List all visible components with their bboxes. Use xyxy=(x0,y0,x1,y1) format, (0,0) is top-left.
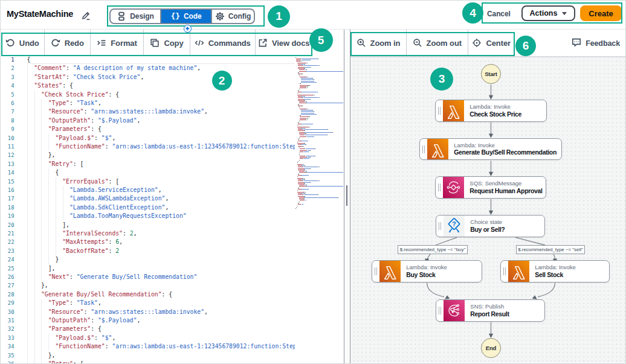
drag-grip-icon xyxy=(501,261,508,282)
minimap-line xyxy=(295,207,343,208)
state-node-generate-recommendation[interactable]: Lambda: Invoke Generate Buy/Sell Recomme… xyxy=(419,138,562,161)
minimap-line xyxy=(295,124,343,124)
state-name: Check Stock Price xyxy=(470,110,521,118)
minimap-line xyxy=(295,85,343,86)
tab-config[interactable]: Config xyxy=(211,10,254,23)
state-node-check-stock-price[interactable]: Lambda: Invoke Check Stock Price xyxy=(435,100,547,122)
commands-button[interactable]: Commands xyxy=(190,30,255,56)
end-node[interactable]: End xyxy=(481,338,501,358)
minimap-line xyxy=(295,92,343,92)
cancel-button[interactable]: Cancel xyxy=(487,10,511,18)
start-label: Start xyxy=(485,71,497,77)
drag-grip-icon xyxy=(436,100,443,121)
minimap-line xyxy=(295,153,343,153)
zoom-out-icon xyxy=(413,38,422,48)
state-name: Generate Buy/Sell Recommendation xyxy=(454,148,557,156)
state-node-request-human-approval[interactable]: SQS: SendMessage Request Human Approval xyxy=(435,176,546,199)
minimap-line xyxy=(295,193,343,194)
minimap-line xyxy=(295,67,343,68)
gear-icon xyxy=(215,11,225,21)
minimap-line xyxy=(295,185,343,185)
code-line: 2 "Comment": "A description of my state … xyxy=(1,64,344,72)
minimap-line xyxy=(295,194,343,195)
code-line: 17 "Lambda.AWSLambdaException", xyxy=(1,194,344,203)
zoom-in-button[interactable]: Zoom in xyxy=(350,30,406,56)
lambda-icon xyxy=(427,139,448,160)
minimap-line xyxy=(295,190,343,191)
code-line: 13 "Retry": [ xyxy=(1,160,344,168)
minimap-line xyxy=(295,104,343,105)
pane-splitter[interactable] xyxy=(344,30,350,364)
tab-design[interactable]: Design xyxy=(111,10,160,23)
sns-icon xyxy=(444,300,465,321)
state-type-label: Lambda: Invoke xyxy=(454,142,557,149)
callout-5-number: 5 xyxy=(318,34,324,47)
minimap-line xyxy=(295,96,343,97)
state-type-label: Lambda: Invoke xyxy=(535,264,576,271)
minimap-line xyxy=(295,197,343,198)
minimap[interactable] xyxy=(295,57,343,362)
view-docs-label: View docs xyxy=(272,39,309,48)
code-line: 16 "Lambda.ServiceException", xyxy=(1,186,344,194)
minimap-line xyxy=(295,206,343,206)
minimap-line xyxy=(295,143,343,144)
minimap-line xyxy=(295,72,343,73)
actions-button-label: Actions xyxy=(530,9,558,18)
zoom-in-label: Zoom in xyxy=(370,39,401,48)
center-button[interactable]: Center xyxy=(468,30,515,56)
minimap-line xyxy=(295,125,343,126)
state-node-report-result[interactable]: SNS: Publish Report Result xyxy=(436,299,545,322)
minimap-line xyxy=(295,117,343,117)
create-button[interactable]: Create xyxy=(580,5,622,21)
format-button[interactable]: Format xyxy=(90,30,143,56)
code-editor[interactable]: 1{2 "Comment": "A description of my stat… xyxy=(1,56,344,364)
undo-label: Undo xyxy=(19,39,39,48)
redo-icon xyxy=(51,38,60,48)
code-line: 12 }, xyxy=(1,151,344,159)
code-line: 24 } xyxy=(1,255,344,264)
minimap-line xyxy=(295,139,343,139)
tab-code[interactable]: {} Code xyxy=(160,10,211,23)
external-link-icon xyxy=(258,38,268,48)
minimap-line xyxy=(295,171,343,171)
feedback-icon xyxy=(572,37,581,49)
undo-button[interactable]: Undo xyxy=(1,30,44,56)
minimap-line xyxy=(295,60,343,60)
copy-label: Copy xyxy=(164,39,183,48)
code-line: 11 "FunctionName": "arn:aws:lambda:us-ea… xyxy=(1,142,344,151)
actions-button[interactable]: Actions xyxy=(521,5,575,21)
code-line: 33 "Payload.$": "$", xyxy=(1,334,344,342)
state-node-sell-stock[interactable]: Lambda: Invoke Sell Stock xyxy=(500,260,610,283)
edit-title-icon[interactable] xyxy=(81,11,91,21)
state-name: Buy or Sell? xyxy=(470,226,505,234)
minimap-line xyxy=(295,168,343,169)
minimap-line xyxy=(295,204,343,205)
drag-grip-icon xyxy=(372,261,379,282)
minimap-line xyxy=(295,135,343,135)
minimap-line xyxy=(295,203,343,203)
workflow-graph[interactable]: Start Lambda: Invoke Check Stock Price xyxy=(350,57,626,364)
redo-button[interactable]: Redo xyxy=(44,30,91,56)
view-docs-button[interactable]: View docs xyxy=(255,30,313,56)
minimap-line xyxy=(295,160,343,161)
branch-condition-sell: $.recommended_type ~= "sell" xyxy=(516,245,585,254)
code-line: 25 ], xyxy=(1,264,344,273)
state-node-buy-stock[interactable]: Lambda: Invoke Buy Stock xyxy=(372,260,482,283)
code-line: 1{ xyxy=(1,56,344,64)
minimap-line xyxy=(295,176,343,177)
branch-condition-buy: $.recommended_type ~= "buy" xyxy=(398,245,468,254)
code-line: 28 "Generate Buy/Sell Recommendation": { xyxy=(1,290,344,299)
code-icon: {} xyxy=(170,11,179,21)
state-node-buy-or-sell[interactable]: ? Choice state Buy or Sell? xyxy=(436,215,545,237)
minimap-line xyxy=(295,192,343,193)
start-node[interactable]: Start xyxy=(481,64,501,84)
feedback-button[interactable]: Feedback xyxy=(572,30,620,57)
minimap-line xyxy=(295,180,343,181)
copy-button[interactable]: Copy xyxy=(143,30,190,56)
minimap-line xyxy=(295,136,343,137)
minimap-line xyxy=(295,170,343,170)
drag-grip-icon xyxy=(436,177,443,198)
zoom-out-button[interactable]: Zoom out xyxy=(406,30,468,56)
page-title: MyStateMachine xyxy=(7,9,73,19)
minimap-line xyxy=(295,68,343,69)
